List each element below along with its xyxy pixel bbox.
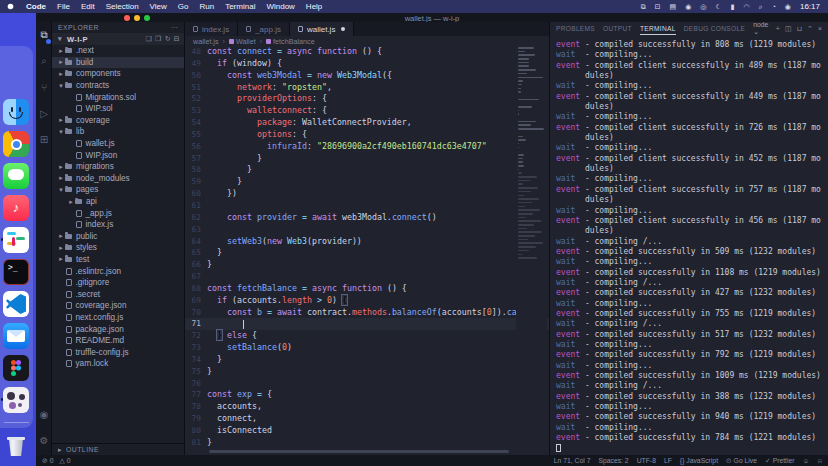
tree-item-yarn-lock[interactable]: yarn.lock xyxy=(52,358,184,370)
project-section-header[interactable]: ▾ W-I-P ❏❐↻⊟ xyxy=(52,33,184,45)
horizontal-scrollbar[interactable] xyxy=(209,450,509,453)
status-language-mode[interactable]: {} JavaScript xyxy=(680,457,718,464)
status-prettier[interactable]: ✓ Prettier xyxy=(765,457,795,465)
explorer-icon[interactable]: ⧉ xyxy=(36,22,52,48)
menu-edit[interactable]: Edit xyxy=(76,2,100,11)
stage-manager-icon[interactable]: ▤ xyxy=(670,3,677,11)
status-cursor-position[interactable]: Ln 71, Col 7 xyxy=(554,457,591,464)
breadcrumb-item-wallet.js[interactable]: wallet.js xyxy=(193,37,219,46)
dock-item-messages[interactable] xyxy=(3,163,29,189)
tree-item-test[interactable]: ▸test xyxy=(52,254,184,266)
code-editor[interactable]: 48const connect = async function () {49 … xyxy=(185,46,549,455)
tree-item-lib[interactable]: ▾lib xyxy=(52,126,184,138)
tree-item-build[interactable]: ▸build xyxy=(52,57,184,69)
tree-item-truffle-config-js[interactable]: truffle-config.js xyxy=(52,346,184,358)
menu-help[interactable]: Help xyxy=(301,2,327,11)
tree-item-wip-json[interactable]: WIP.json xyxy=(52,149,184,161)
display-icon[interactable]: ⊡ xyxy=(655,3,661,11)
battery-icon[interactable]: ▮ xyxy=(731,3,735,11)
menu-view[interactable]: View xyxy=(145,2,172,11)
tab-index-js[interactable]: index.js xyxy=(185,22,238,36)
terminal-output[interactable]: event - compiled successfully in 808 ms … xyxy=(556,40,826,455)
focus-moon-icon[interactable]: ☾ xyxy=(715,3,721,11)
panel-tab-debug-console[interactable]: DEBUG CONSOLE xyxy=(684,23,745,35)
dock-item-music[interactable]: ♪ xyxy=(3,195,29,221)
tree-item-wallet-js[interactable]: wallet.js xyxy=(52,138,184,150)
tree-item-migrations[interactable]: ▸migrations xyxy=(52,161,184,173)
dock-item-purple-app[interactable] xyxy=(3,387,29,413)
status-eol-sequence[interactable]: LF xyxy=(664,457,672,464)
status-go-live[interactable]: ⊙ Go Live xyxy=(726,457,757,465)
kill-terminal-icon[interactable]: ⊔ xyxy=(797,25,802,33)
menubar-clock[interactable]: 16:17 xyxy=(800,2,820,11)
menu-terminal[interactable]: Terminal xyxy=(220,2,260,11)
tree-item-node-modules[interactable]: ▸node_modules xyxy=(52,173,184,185)
maximize-panel-icon[interactable]: ⌃ xyxy=(807,25,813,33)
tree-item-pages[interactable]: ▾pages xyxy=(52,184,184,196)
dock-item-mail[interactable] xyxy=(3,323,29,349)
terminal-shell-select[interactable]: node ⌄ xyxy=(753,22,771,36)
panel-tab-terminal[interactable]: TERMINAL xyxy=(640,23,676,35)
tree-item--gitignore[interactable]: .gitignore xyxy=(52,277,184,289)
outline-section-header[interactable]: ▸ OUTLINE xyxy=(52,443,184,455)
dock-item-terminal[interactable]: >_ xyxy=(3,259,29,285)
breadcrumb-item-fetchbalance[interactable]: fetchBalance xyxy=(266,37,315,46)
tree-item-coverage-json[interactable]: coverage.json xyxy=(52,300,184,312)
tree-item-migrations-sol[interactable]: Migrations.sol xyxy=(52,91,184,103)
tab--app-js[interactable]: _app.js xyxy=(238,22,290,36)
menu-file[interactable]: File xyxy=(52,2,75,11)
tree-item--eslintrc-json[interactable]: .eslintrc.json xyxy=(52,265,184,277)
tree-item-styles[interactable]: ▸styles xyxy=(52,242,184,254)
new-terminal-icon[interactable]: + xyxy=(776,25,780,32)
panel-tab-output[interactable]: OUTPUT xyxy=(603,23,632,35)
tree-item-next-config-js[interactable]: next.config.js xyxy=(52,312,184,324)
tree-item-contracts[interactable]: ▾contracts xyxy=(52,80,184,92)
menu-window[interactable]: Window xyxy=(261,2,299,11)
minimap[interactable] xyxy=(516,46,547,449)
tree-item-coverage[interactable]: ▸coverage xyxy=(52,115,184,127)
status-feedback[interactable]: ☺ xyxy=(803,457,810,464)
menu-selection[interactable]: Selection xyxy=(101,2,144,11)
account-icon[interactable]: ◉ xyxy=(36,401,52,427)
window-titlebar[interactable]: wallet.js — w-i-p xyxy=(36,13,828,22)
tab-wallet-js[interactable]: wallet.js xyxy=(290,22,354,36)
tree-item-wip-sol[interactable]: WIP.sol xyxy=(52,103,184,115)
refresh-icon[interactable]: ↻ xyxy=(165,35,171,43)
status-warnings-indicator[interactable]: △0 xyxy=(59,457,70,465)
control-center-icon[interactable]: ◔ xyxy=(772,3,776,10)
tree-item-api[interactable]: ▸api xyxy=(52,196,184,208)
run-debug-icon[interactable]: ▷ xyxy=(36,100,52,126)
breadcrumb[interactable]: wallet.js›Wallet›fetchBalance xyxy=(185,36,549,46)
status-indentation[interactable]: Spaces: 2 xyxy=(598,457,628,464)
apple-logo-icon[interactable] xyxy=(8,4,14,10)
explorer-more-actions-icon[interactable]: ⋯ xyxy=(171,24,178,32)
settings-gear-icon[interactable]: ⚙ xyxy=(36,427,52,453)
wifi-icon[interactable]: ◠ xyxy=(744,3,750,11)
tree-item--next[interactable]: ▸.next xyxy=(52,45,184,57)
dock-item-chrome[interactable] xyxy=(3,131,29,157)
dock-item-slack[interactable] xyxy=(3,227,29,253)
dock-item-finder[interactable] xyxy=(3,99,29,125)
dock-item-vscode[interactable] xyxy=(3,291,29,317)
tree-item-components[interactable]: ▸components xyxy=(52,68,184,80)
panel-tab-problems[interactable]: PROBLEMS xyxy=(556,23,595,35)
source-control-icon[interactable]: ⑂ xyxy=(36,74,52,100)
tree-item-readme-md[interactable]: README.md xyxy=(52,335,184,347)
extensions-icon[interactable]: ⊞ xyxy=(36,126,52,152)
close-panel-icon[interactable]: × xyxy=(818,25,822,32)
tree-item--secret[interactable]: .secret xyxy=(52,288,184,300)
spotlight-icon[interactable]: ⌕ xyxy=(759,3,763,11)
menu-app-icon-2[interactable]: ◎ xyxy=(700,3,706,11)
split-terminal-icon[interactable]: ◫ xyxy=(785,25,792,33)
screen-mirroring-icon[interactable]: ⧉ xyxy=(641,3,646,11)
status-encoding[interactable]: UTF-8 xyxy=(637,457,656,464)
new-file-icon[interactable]: ❏ xyxy=(146,35,153,43)
dock-item-figma[interactable] xyxy=(3,355,29,381)
siri-icon[interactable]: ◉ xyxy=(785,3,791,11)
status-notifications-bell[interactable]: ⍾ xyxy=(818,457,823,465)
menu-code[interactable]: Code xyxy=(21,2,51,11)
tree-item-index-js[interactable]: index.js xyxy=(52,219,184,231)
menu-app-icon-1[interactable]: ◉ xyxy=(685,3,691,11)
menu-run[interactable]: Run xyxy=(194,2,219,11)
search-icon[interactable]: ⌕ xyxy=(36,48,52,74)
